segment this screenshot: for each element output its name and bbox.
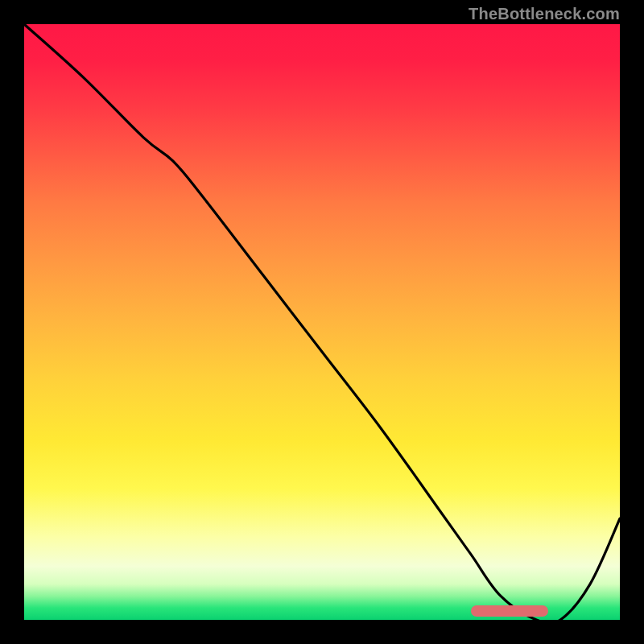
watermark-text: TheBottleneck.com — [469, 5, 620, 23]
bottleneck-curve — [24, 24, 620, 620]
plot-area — [24, 24, 620, 620]
chart-container: TheBottleneck.com — [0, 0, 644, 644]
curve-path — [24, 24, 620, 620]
optimal-range-marker — [471, 605, 548, 617]
